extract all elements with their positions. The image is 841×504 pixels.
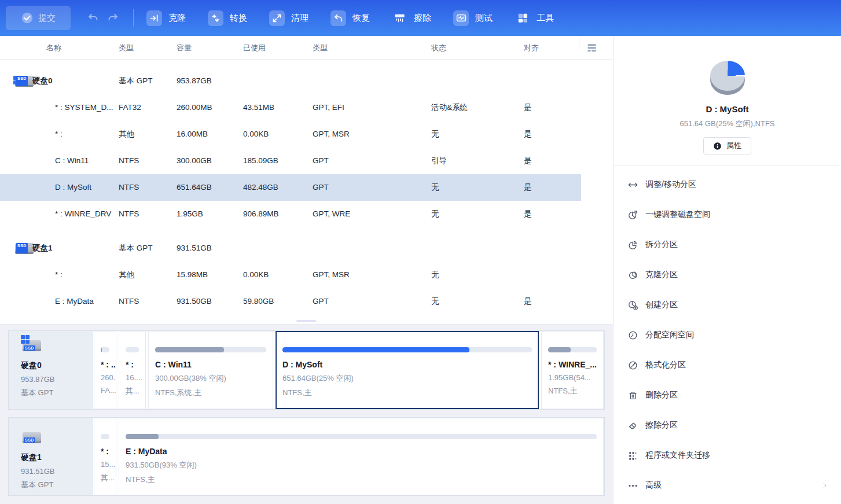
trash-icon xyxy=(627,390,638,401)
toolbar-item-test[interactable]: 测试 xyxy=(453,10,493,26)
selected-partition-subtitle: 651.64 GB(25% 空闲),NTFS xyxy=(614,119,841,129)
toolbar-item-clone[interactable]: 克隆 xyxy=(146,10,186,26)
toolbar-item-erase[interactable]: 擦除 xyxy=(392,10,431,26)
menu-item-delete-partition[interactable]: 删除分区 xyxy=(614,380,841,410)
toolbar-divider xyxy=(133,9,134,27)
info-icon xyxy=(713,142,722,150)
toolbar-item-recover[interactable]: 恢复 xyxy=(330,10,370,26)
table-row-msr0[interactable]: * : 其他 16.00MB 0.00KB GPT, MSR 无 是 xyxy=(0,121,581,148)
usage-bar xyxy=(101,347,109,352)
menu-item-format-partition[interactable]: 格式化分区 xyxy=(614,350,841,380)
table-row-msr1[interactable]: * : 其他 15.98MB 0.00KB GPT, MSR 无 xyxy=(0,262,581,288)
format-pie-icon xyxy=(627,360,638,371)
menu-item-split-partition[interactable]: 拆分分区 xyxy=(614,230,841,260)
selected-partition-title: D : MySoft xyxy=(614,104,841,114)
pie-arrow-icon xyxy=(627,209,638,220)
check-circle-icon xyxy=(21,12,34,24)
dots-grid-icon xyxy=(627,450,638,461)
split-pie-icon xyxy=(627,240,638,251)
table-row-c-win11[interactable]: C : Win11 NTFS 300.00GB 185.09GB GPT 引导 … xyxy=(0,148,581,174)
table-row-winre-drv[interactable]: * : WINRE_DRV NTFS 1.95GB 906.89MB GPT, … xyxy=(0,201,581,227)
table-header: 名称 类型 容量 已使用 类型 状态 对齐 xyxy=(0,36,613,60)
recover-icon xyxy=(330,10,346,26)
partition-block-msr0[interactable]: * : 16.... 其... xyxy=(119,331,146,409)
shredder-icon xyxy=(392,10,407,26)
menu-item-advanced[interactable]: 高级 xyxy=(614,470,841,501)
col-header-aligned[interactable]: 对齐 xyxy=(524,36,539,60)
disk1-info-cell[interactable]: SSD 硬盘1 931.51GB 基本 GPT xyxy=(9,418,93,495)
redo-icon[interactable] xyxy=(106,12,119,24)
usage-bar xyxy=(126,347,139,352)
partition-block-msr1[interactable]: * : 15.... 其... xyxy=(94,418,116,495)
clean-icon xyxy=(269,10,285,26)
menu-item-quick-adjust-disk-space[interactable]: 一键调整磁盘空间 xyxy=(614,200,841,230)
menu-item-allocate-free-space[interactable]: 分配空闲空间 xyxy=(614,320,841,350)
toolbar-item-tools[interactable]: 工具 xyxy=(515,10,554,26)
col-header-fs-type[interactable]: 类型 xyxy=(119,36,134,60)
eraser-icon xyxy=(627,420,638,431)
col-header-capacity[interactable]: 容量 xyxy=(177,36,192,60)
create-pie-icon xyxy=(627,300,638,311)
menu-item-clone-partition[interactable]: 克隆分区 xyxy=(614,260,841,290)
col-header-scheme[interactable]: 类型 xyxy=(313,36,328,60)
toolbar: 提交 克隆 转换 清理 恢复 xyxy=(0,0,841,36)
col-header-name[interactable]: 名称 xyxy=(46,36,61,60)
menu-item-create-partition[interactable]: 创建分区 xyxy=(614,290,841,320)
toolbar-item-clean[interactable]: 清理 xyxy=(269,10,309,26)
usage-bar xyxy=(101,434,109,439)
disk0-info-cell[interactable]: SSD 硬盘0 953.87GB 基本 GPT xyxy=(9,331,93,409)
disk1-map-row: SSD 硬盘1 931.51GB 基本 GPT * : 15.... 其... xyxy=(8,417,605,496)
toolbar-item-convert[interactable]: 转换 xyxy=(208,10,247,26)
partition-block-c-win11[interactable]: C : Win11 300.00GB(38% 空闲) NTFS,系统,主 xyxy=(148,331,273,409)
menu-item-wipe-partition[interactable]: 擦除分区 xyxy=(614,410,841,440)
convert-icon xyxy=(208,10,223,26)
right-panel: D : MySoft 651.64 GB(25% 空闲),NTFS 属性 调整/… xyxy=(614,36,841,504)
header-divider xyxy=(579,36,579,50)
usage-bar xyxy=(548,347,597,352)
usage-bar xyxy=(282,347,532,352)
table-row-e-mydata[interactable]: E : MyData NTFS 931.50GB 59.80GB GPT 无 是 xyxy=(0,288,581,315)
disk-ssd-icon: SSD xyxy=(23,432,41,443)
resize-move-icon xyxy=(627,179,638,190)
horizontal-scrollbar[interactable] xyxy=(296,320,316,322)
submit-button[interactable]: 提交 xyxy=(6,6,71,30)
table-row-d-mysoft[interactable]: D : MySoft NTFS 651.64GB 482.48GB GPT 无 … xyxy=(0,174,581,201)
clone-icon xyxy=(146,10,162,26)
waveform-icon xyxy=(453,10,469,26)
usage-bar xyxy=(155,347,266,352)
table-row-disk0[interactable]: SSD 硬盘0 基本 GPT 953.87GB xyxy=(0,68,581,94)
undo-icon[interactable] xyxy=(87,12,100,24)
col-header-used[interactable]: 已使用 xyxy=(243,36,266,60)
app-window: 提交 克隆 转换 清理 恢复 xyxy=(0,0,841,504)
disk-map: SSD 硬盘0 953.87GB 基本 GPT * : ... 260... F… xyxy=(0,324,613,504)
clock-icon xyxy=(627,330,638,341)
disk0-map-row: SSD 硬盘0 953.87GB 基本 GPT * : ... 260... F… xyxy=(8,330,605,410)
partition-block-efi[interactable]: * : ... 260... FA... xyxy=(94,331,116,409)
partition-table: SSD 硬盘0 基本 GPT 953.87GB * : SYSTEM_D... … xyxy=(0,60,613,324)
table-row-disk1[interactable]: SSD 硬盘1 基本 GPT 931.51GB xyxy=(0,235,581,262)
menu-item-app-folder-migration[interactable]: 程序或文件夹迁移 xyxy=(614,440,841,470)
submit-label: 提交 xyxy=(38,13,56,24)
grid-squares-icon xyxy=(515,10,530,26)
menu-item-resize-move-partition[interactable]: 调整/移动分区 xyxy=(614,170,841,200)
chevron-right-icon xyxy=(821,482,828,489)
partition-pie-chart xyxy=(708,59,747,96)
partition-block-e-mydata[interactable]: E : MyData 931.50GB(93% 空闲) NTFS,主 xyxy=(119,418,604,495)
left-pane: 名称 类型 容量 已使用 类型 状态 对齐 SSD 硬盘0 基本 GPT 9 xyxy=(0,36,614,504)
usage-bar xyxy=(126,434,597,439)
clone-pie-icon xyxy=(627,270,638,281)
partition-block-winre[interactable]: * : WINRE_... 1.95GB(54... NTFS,主 xyxy=(541,331,604,409)
ellipsis-icon xyxy=(627,480,638,491)
partition-block-d-mysoft-selected[interactable]: D : MySoft 651.64GB(25% 空闲) NTFS,主 xyxy=(276,331,539,409)
col-header-status[interactable]: 状态 xyxy=(431,36,446,60)
actions-menu: 调整/移动分区 一键调整磁盘空间 拆分分区 克隆分区 创建分区 xyxy=(614,166,841,501)
table-row-system-d[interactable]: * : SYSTEM_D... FAT32 260.00MB 43.51MB G… xyxy=(0,94,581,121)
view-columns-icon[interactable] xyxy=(586,42,598,54)
properties-button[interactable]: 属性 xyxy=(703,137,751,154)
disk-ssd-icon: SSD xyxy=(23,340,41,351)
